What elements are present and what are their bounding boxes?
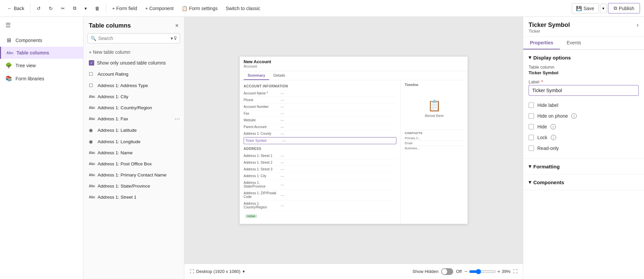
contacts-row-1: Primary C... <box>405 136 464 141</box>
hide-label-checkbox[interactable] <box>529 103 534 108</box>
dropdown-button[interactable]: ▾ <box>81 4 90 13</box>
column-label: Address 1: Latitude <box>98 128 179 133</box>
columns-list: ☐ Account Rating ⋯ ☐ Address 1: Address … <box>83 68 184 279</box>
sidebar-item-form-libraries[interactable]: 📚 Form libraries <box>0 72 83 85</box>
toggle-thumb <box>442 269 447 274</box>
show-hidden-toggle[interactable] <box>441 268 453 275</box>
column-icon: ☐ <box>89 71 95 77</box>
hide-on-phone-info-icon[interactable]: i <box>571 113 577 119</box>
display-options-header[interactable]: ▾ Display options <box>529 54 639 61</box>
rp-tabs: Properties Events <box>523 37 644 50</box>
lock-text: Lock <box>537 135 547 140</box>
publish-button[interactable]: ⧉ Publish <box>608 3 640 13</box>
more-options-icon[interactable]: ⋯ <box>175 116 180 122</box>
label-field-label: Label * <box>529 79 639 84</box>
toolbar: ← Back ↺ ↻ ✂ ⧉ ▾ 🗑 + Form field + Compon… <box>0 0 644 17</box>
zoom-out-button[interactable]: − <box>464 269 467 275</box>
save-button[interactable]: 💾 Save <box>572 3 599 13</box>
search-icon: 🔍 <box>91 36 96 41</box>
divider-1 <box>30 4 31 13</box>
component-button[interactable]: + Component <box>142 4 177 13</box>
toggle-off-label: Off <box>456 269 462 274</box>
new-table-column-button[interactable]: + New table column <box>83 47 184 57</box>
hide-on-phone-checkbox[interactable] <box>529 113 534 119</box>
form-settings-button[interactable]: 📋 Form settings <box>178 4 221 13</box>
tree-view-icon: 🌳 <box>5 62 12 69</box>
read-only-checkbox[interactable] <box>529 146 534 151</box>
sidebar-item-table-columns[interactable]: Abc Table columns <box>0 47 83 59</box>
list-item[interactable]: ☐ Account Rating ⋯ <box>83 68 184 80</box>
hide-row[interactable]: Hide i <box>529 121 639 132</box>
zoom-slider[interactable] <box>469 269 496 274</box>
show-unused-checkbox[interactable] <box>89 60 94 66</box>
hide-on-phone-row[interactable]: Hide on phone i <box>529 111 639 121</box>
column-label: Account Rating <box>98 72 179 77</box>
switch-classic-button[interactable]: Switch to classic <box>222 4 264 13</box>
column-label: Address 1: Post Office Box <box>98 161 179 166</box>
hide-label-row[interactable]: Hide label <box>529 100 639 111</box>
lock-row[interactable]: Lock i <box>529 132 639 143</box>
account-info-section: ACCOUNT INFORMATION <box>244 84 396 88</box>
zoom-in-button[interactable]: + <box>497 269 500 275</box>
column-label: Address 1: Primary Contact Name <box>98 172 179 177</box>
tab-summary[interactable]: Summary <box>244 71 269 80</box>
hide-checkbox[interactable] <box>529 124 534 129</box>
filter-button[interactable]: ▾ ⊽ <box>171 36 177 41</box>
back-button[interactable]: ← Back <box>4 4 28 13</box>
almost-there-icon: 📋 <box>428 99 441 112</box>
tab-events[interactable]: Events <box>560 37 588 49</box>
undo-icon: ↺ <box>37 6 41 11</box>
tab-details[interactable]: Details <box>269 71 289 80</box>
desktop-chevron-icon[interactable]: ▾ <box>243 269 245 274</box>
list-item[interactable]: Abc Address 1: Post Office Box ⋯ <box>83 158 184 169</box>
search-input[interactable] <box>98 36 169 41</box>
read-only-row[interactable]: Read-only <box>529 143 639 154</box>
column-label: Address 1: Longitude <box>98 139 179 144</box>
components-header[interactable]: ▾ Components <box>529 179 639 185</box>
cut-button[interactable]: ✂ <box>58 4 68 13</box>
show-unused-row[interactable]: Show only unused table columns <box>83 57 184 68</box>
hide-info-icon[interactable]: i <box>550 124 556 129</box>
bottom-bar-right: Show Hidden Off − + 39% ⛶ <box>413 268 517 275</box>
sidebar-item-tree-view[interactable]: 🌳 Tree view <box>0 59 83 72</box>
contacts-label: CONTACTS <box>405 131 464 135</box>
list-item[interactable]: ☐ Address 1: Address Type ⋯ <box>83 80 184 91</box>
label-input[interactable] <box>529 85 639 96</box>
fullscreen-icon[interactable]: ⛶ <box>513 269 517 274</box>
almost-there-section: 📋 Almost there <box>405 88 464 128</box>
lock-checkbox[interactable] <box>529 135 534 140</box>
formatting-header[interactable]: ▾ Formatting <box>529 163 639 169</box>
redo-button[interactable]: ↻ <box>45 4 56 13</box>
field-street1: Address 1: Street 1 — <box>244 153 396 159</box>
list-item[interactable]: ◉ Address 1: Longitude ⋯ <box>83 136 184 147</box>
hamburger-button[interactable]: ☰ <box>0 17 83 34</box>
copy-button[interactable]: ⧉ <box>70 3 80 13</box>
lock-info-icon[interactable]: i <box>551 135 556 140</box>
form-field-label: + Form field <box>112 6 137 11</box>
tab-properties[interactable]: Properties <box>523 37 560 49</box>
field-account-name: Account Name * — <box>244 90 396 97</box>
field-street2: Address 1: Street 2 — <box>244 159 396 166</box>
sidebar-item-components[interactable]: ⊞ Components <box>0 34 83 47</box>
save-dropdown-button[interactable]: ▾ <box>600 4 607 13</box>
undo-button[interactable]: ↺ <box>33 4 44 13</box>
form-field-button[interactable]: + Form field <box>109 4 140 13</box>
column-icon: Abc <box>89 184 95 188</box>
main-layout: ☰ ⊞ Components Abc Table columns 🌳 Tree … <box>0 17 644 279</box>
list-item[interactable]: Abc Address 1: Fax ⋯ <box>83 113 184 124</box>
list-item[interactable]: Abc Address 1: City ⋯ <box>83 91 184 102</box>
delete-button[interactable]: 🗑 <box>92 4 103 13</box>
list-item[interactable]: ◉ Address 1: Latitude ⋯ <box>83 124 184 136</box>
toolbar-right: 💾 Save ▾ ⧉ Publish <box>572 3 640 13</box>
list-item[interactable]: Abc Address 1: Primary Contact Name ⋯ <box>83 169 184 181</box>
display-options-title: Display options <box>533 55 571 61</box>
list-item[interactable]: Abc Address 1: Name ⋯ <box>83 147 184 158</box>
list-item[interactable]: Abc Address 1: Street 1 ⋯ <box>83 192 184 203</box>
chevron-down-icon: ▾ <box>84 6 87 11</box>
rp-expand-button[interactable]: › <box>637 22 639 29</box>
list-item[interactable]: Abc Address 1: State/Province ⋯ <box>83 181 184 192</box>
column-icon: ◉ <box>89 127 95 133</box>
desktop-label: Desktop (1920 x 1080) <box>196 269 241 274</box>
list-item[interactable]: Abc Address 1: Country/Region ⋯ <box>83 102 184 113</box>
panel-close-button[interactable]: × <box>175 22 179 29</box>
